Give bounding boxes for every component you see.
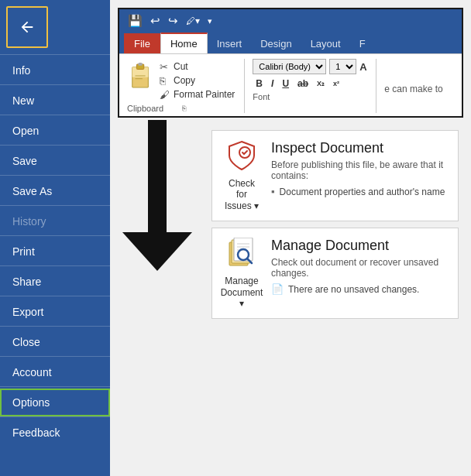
- check-issues-label: Check forIssues ▾: [223, 178, 260, 211]
- clipboard-label-row: Clipboard ⎘: [127, 104, 236, 113]
- customize-icon[interactable]: 🖊▾: [184, 14, 202, 28]
- manage-document-content: Manage Document Check out document or re…: [271, 238, 447, 295]
- sidebar-divider-3: [0, 145, 110, 146]
- ribbon-toolbar: 💾 ↩ ↪ 🖊▾ ▾: [119, 9, 462, 33]
- svg-marker-7: [122, 232, 192, 271]
- info-section: Check forIssues ▾ Inspect Document Befor…: [110, 124, 471, 476]
- scissors-icon: ✂: [160, 61, 170, 72]
- font-section-label: Font: [253, 92, 368, 101]
- superscript-button[interactable]: x²: [330, 79, 342, 88]
- manage-sub-icon: 📄: [271, 283, 284, 295]
- copy-button[interactable]: ⎘ Copy: [158, 74, 236, 87]
- font-format-row: B I U ab X₂ x²: [253, 77, 368, 90]
- clipboard-sub-buttons: ✂ Cut ⎘ Copy 🖌 Format Painter: [158, 60, 236, 101]
- svg-rect-3: [138, 63, 143, 66]
- format-painter-icon: 🖌: [160, 89, 170, 100]
- undo-icon[interactable]: ↩: [148, 12, 163, 29]
- manage-document-card: ManageDocument ▾ Manage Document Check o…: [211, 228, 459, 319]
- tab-home[interactable]: Home: [160, 33, 208, 53]
- save-icon[interactable]: 💾: [125, 12, 145, 29]
- manage-icon-area[interactable]: ManageDocument ▾: [223, 238, 260, 309]
- font-size-select[interactable]: 11: [329, 59, 356, 74]
- ribbon-body: ✂ Cut ⎘ Copy 🖌 Format Painter: [119, 53, 462, 116]
- sidebar-divider-7: [0, 265, 110, 266]
- paste-button[interactable]: [127, 59, 155, 91]
- inspect-document-title: Inspect Document: [271, 140, 447, 156]
- font-name-select[interactable]: Calibri (Body): [253, 59, 326, 74]
- sidebar-divider-4: [0, 175, 110, 176]
- tab-insert[interactable]: Insert: [208, 34, 252, 53]
- sidebar-item-save[interactable]: Save: [0, 147, 110, 175]
- inspect-document-content: Inspect Document Before publishing this …: [271, 140, 447, 197]
- sidebar-divider-8: [0, 296, 110, 296]
- sidebar-divider-11: [0, 386, 110, 387]
- clipboard-dialog-button[interactable]: ⎘: [182, 104, 237, 112]
- sidebar-divider-1: [0, 84, 110, 85]
- bullet-icon: ▪: [271, 186, 275, 197]
- sidebar-divider-12: [0, 416, 110, 417]
- tab-file[interactable]: File: [124, 33, 160, 53]
- sidebar-divider-9: [0, 326, 110, 327]
- bold-button[interactable]: B: [253, 77, 266, 90]
- strikethrough-button[interactable]: ab: [294, 77, 311, 90]
- inspect-document-sub: ▪ Document properties and author's name: [271, 186, 447, 197]
- inspect-document-desc: Before publishing this file, be aware th…: [271, 159, 447, 181]
- quick-access-icon[interactable]: ▾: [205, 15, 215, 28]
- redo-icon[interactable]: ↪: [166, 12, 180, 29]
- sidebar-item-new[interactable]: New: [0, 87, 110, 115]
- italic-button[interactable]: I: [268, 77, 277, 90]
- manage-document-sub: 📄 There are no unsaved changes.: [271, 283, 447, 295]
- sidebar-item-open[interactable]: Open: [0, 117, 110, 145]
- sidebar-divider-2: [0, 115, 110, 115]
- inspect-icon-area[interactable]: Check forIssues ▾: [223, 140, 260, 211]
- sidebar-divider-top: [0, 54, 110, 55]
- tab-layout[interactable]: Layout: [301, 34, 350, 53]
- font-section: Calibri (Body) 11 A B I U ab X₂ x² Font: [253, 59, 376, 113]
- check-issues-icon: [228, 140, 256, 176]
- sidebar-item-share[interactable]: Share: [0, 268, 110, 296]
- cut-button[interactable]: ✂ Cut: [158, 60, 236, 73]
- arrow-annotation: [122, 120, 192, 271]
- sidebar-item-saveas[interactable]: Save As: [0, 177, 110, 205]
- ribbon-continue-text: e can make to: [384, 59, 442, 113]
- font-grow-button[interactable]: A: [359, 61, 366, 73]
- manage-document-label: ManageDocument ▾: [221, 276, 263, 309]
- sidebar-item-info[interactable]: Info: [0, 57, 110, 84]
- sidebar-item-export[interactable]: Export: [0, 298, 110, 326]
- sidebar-item-options[interactable]: Options: [0, 389, 110, 416]
- underline-button[interactable]: U: [279, 77, 292, 90]
- font-top-row: Calibri (Body) 11 A: [253, 59, 368, 74]
- subscript-button[interactable]: X₂: [314, 79, 328, 88]
- sidebar-divider-6: [0, 235, 110, 236]
- sidebar-divider-10: [0, 356, 110, 357]
- manage-document-icon: [228, 238, 256, 274]
- inspect-document-card: Check forIssues ▾ Inspect Document Befor…: [211, 130, 459, 221]
- sidebar-item-close[interactable]: Close: [0, 328, 110, 356]
- ribbon-area: 💾 ↩ ↪ 🖊▾ ▾ File Home Insert Design Layou…: [118, 8, 463, 118]
- format-painter-button[interactable]: 🖌 Format Painter: [158, 88, 236, 101]
- sidebar-item-account[interactable]: Account: [0, 358, 110, 386]
- manage-document-title: Manage Document: [271, 238, 447, 254]
- clipboard-buttons: ✂ Cut ⎘ Copy 🖌 Format Painter: [127, 59, 236, 101]
- svg-rect-6: [148, 120, 167, 232]
- sidebar-item-feedback[interactable]: Feedback: [0, 419, 110, 447]
- sidebar: Info New Open Save Save As History Print…: [0, 0, 110, 476]
- copy-icon: ⎘: [160, 75, 170, 86]
- back-button[interactable]: [6, 6, 48, 48]
- tab-design[interactable]: Design: [251, 34, 301, 53]
- sidebar-divider-5: [0, 205, 110, 206]
- manage-document-desc: Check out document or recover unsaved ch…: [271, 257, 447, 279]
- main-content: 💾 ↩ ↪ 🖊▾ ▾ File Home Insert Design Layou…: [110, 0, 471, 476]
- clipboard-section: ✂ Cut ⎘ Copy 🖌 Format Painter: [127, 59, 245, 113]
- sidebar-item-history: History: [0, 207, 110, 235]
- sidebar-item-print[interactable]: Print: [0, 238, 110, 265]
- ribbon-tabs: File Home Insert Design Layout F: [119, 33, 462, 53]
- tab-more[interactable]: F: [350, 34, 375, 53]
